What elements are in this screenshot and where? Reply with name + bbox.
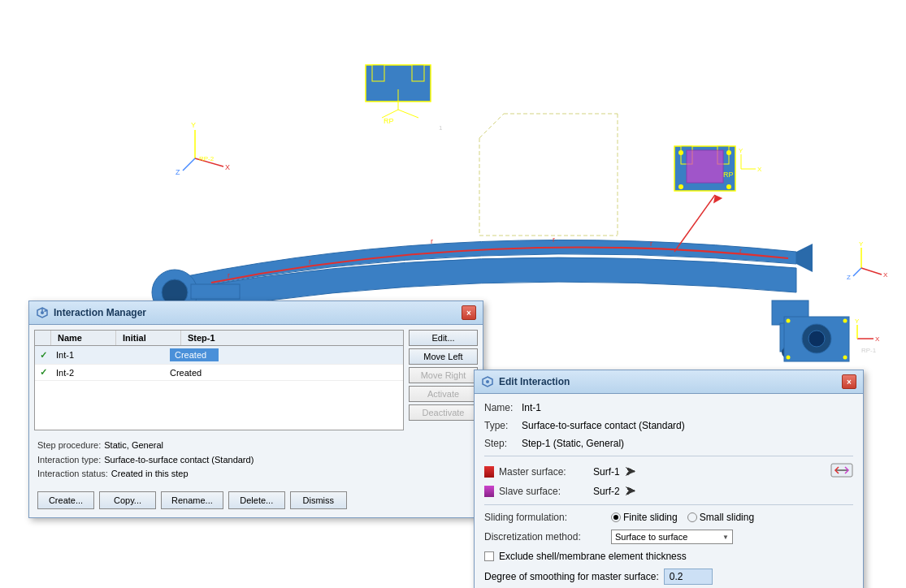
interaction-manager-dialog: Interaction Manager × Name Initial Step-…: [28, 300, 483, 518]
edit-interaction-close-button[interactable]: ×: [842, 374, 856, 389]
bottom-buttons: Create... Copy... Rename... Delete... Di…: [34, 491, 478, 512]
svg-line-34: [183, 158, 195, 171]
svg-text:X: X: [883, 271, 888, 279]
interaction-table[interactable]: Name Initial Step-1 ✓ Int-1 Created ✓ In…: [34, 330, 404, 430]
step-procedure-value: Static, General: [104, 439, 163, 453]
interaction-manager-titlebar[interactable]: Interaction Manager ×: [29, 301, 483, 325]
edit-interaction-title-icon: [481, 375, 494, 388]
svg-rect-14: [412, 65, 424, 81]
master-surface-label: Master surface:: [499, 466, 588, 478]
svg-line-16: [398, 110, 418, 118]
edit-interaction-dialog: Edit Interaction × Name: Int-1 Type: Sur…: [474, 370, 864, 588]
activate-button: Activate: [409, 386, 478, 402]
exclude-checkbox-row: Exclude shell/membrane element thickness: [484, 551, 853, 562]
svg-text:Y: Y: [855, 318, 860, 325]
svg-text:r: r: [228, 271, 230, 279]
svg-text:r: r: [309, 257, 311, 266]
exclude-checkbox[interactable]: [484, 551, 494, 561]
svg-point-66: [41, 311, 44, 314]
divider1: [484, 456, 853, 456]
divider2: [484, 504, 853, 505]
interaction-status-row: Interaction status: Created in this step: [37, 467, 475, 482]
svg-text:r: r: [650, 240, 652, 248]
small-sliding-radio[interactable]: [687, 512, 697, 522]
degree-label: Degree of smoothing for master surface:: [484, 571, 659, 582]
copy-button[interactable]: Copy...: [99, 491, 156, 509]
table-empty-space: [35, 381, 403, 430]
svg-point-22: [678, 150, 683, 155]
slave-surface-cursor-icon[interactable]: ⮞: [625, 485, 636, 498]
svg-text:RP: RP: [723, 171, 734, 179]
edit-interaction-titlebar[interactable]: Edit Interaction ×: [475, 370, 863, 394]
svg-marker-31: [710, 192, 722, 203]
svg-point-70: [486, 380, 489, 383]
svg-text:RP: RP: [384, 117, 394, 125]
master-surface-row: Master surface: Surf-1 ⮞: [484, 463, 853, 480]
discretization-method-select[interactable]: Surface to surface ▼: [611, 530, 733, 544]
check-col-header: [35, 331, 51, 345]
rename-button[interactable]: Rename...: [161, 491, 223, 509]
move-left-button[interactable]: Move Left: [409, 348, 478, 365]
table-row[interactable]: ✓ Int-2 Created: [35, 365, 403, 381]
step-row: Step: Step-1 (Static, General): [484, 438, 853, 449]
svg-text:Y: Y: [191, 121, 196, 129]
degree-row: Degree of smoothing for master surface:: [484, 569, 853, 585]
table-header: Name Initial Step-1: [35, 331, 403, 346]
finite-sliding-option[interactable]: Finite sliding: [611, 512, 678, 523]
row1-name: Int-1: [51, 348, 100, 362]
name-label: Name:: [484, 402, 517, 413]
master-surface-icon: [484, 466, 494, 478]
discretization-method-label: Discretization method:: [484, 531, 606, 543]
sliding-radio-group: Finite sliding Small sliding: [611, 512, 754, 523]
svg-line-30: [674, 195, 715, 252]
create-button[interactable]: Create...: [37, 491, 94, 509]
svg-text:1: 1: [439, 124, 443, 132]
slave-surface-label: Slave surface:: [499, 486, 588, 497]
status-info: Step procedure: Static, General Interact…: [34, 435, 478, 485]
move-right-button: Move Right: [409, 367, 478, 383]
small-sliding-option[interactable]: Small sliding: [687, 512, 754, 523]
small-sliding-label: Small sliding: [700, 512, 754, 523]
svg-text:r: r: [739, 247, 742, 255]
row2-step1: Created: [165, 365, 403, 380]
degree-input[interactable]: [664, 569, 713, 585]
type-row: Type: Surface-to-surface contact (Standa…: [484, 420, 853, 431]
svg-line-41: [853, 268, 861, 276]
svg-point-24: [678, 184, 683, 189]
table-container: Name Initial Step-1 ✓ Int-1 Created ✓ In…: [34, 330, 478, 430]
svg-rect-8: [191, 284, 240, 299]
slave-surface-row: Slave surface: Surf-2 ⮞: [484, 485, 853, 498]
interaction-status-label: Interaction status:: [37, 467, 108, 482]
exclude-label: Exclude shell/membrane element thickness: [499, 551, 687, 562]
svg-text:X: X: [875, 335, 880, 343]
svg-line-45: [479, 114, 504, 138]
row2-initial: [100, 370, 165, 375]
svg-line-40: [861, 268, 882, 275]
select-dropdown-icon: ▼: [722, 534, 729, 541]
svg-text:RP-1: RP-1: [861, 347, 877, 354]
edit-button[interactable]: Edit...: [409, 330, 478, 346]
svg-rect-13: [372, 65, 384, 81]
row2-name: Int-2: [51, 365, 100, 380]
interaction-manager-close-button[interactable]: ×: [462, 305, 476, 320]
discretization-method-row: Discretization method: Surface to surfac…: [484, 530, 853, 544]
initial-col-header: Initial: [116, 331, 181, 345]
dismiss-button[interactable]: Dismiss: [290, 491, 347, 509]
side-buttons: Edit... Move Left Move Right Activate De…: [409, 330, 478, 430]
interaction-type-row: Interaction type: Surface-to-surface con…: [37, 453, 475, 468]
sliding-formulation-label: Sliding formulation:: [484, 512, 606, 523]
edit-interaction-body: Name: Int-1 Type: Surface-to-surface con…: [475, 394, 863, 588]
svg-text:RP-2: RP-2: [199, 155, 215, 162]
row1-initial: [100, 352, 165, 357]
swap-surfaces-button[interactable]: [830, 463, 853, 480]
interaction-status-value: Created in this step: [111, 467, 189, 482]
table-row[interactable]: ✓ Int-1 Created: [35, 346, 403, 365]
interaction-manager-title: Interaction Manager: [54, 307, 457, 318]
finite-sliding-radio[interactable]: [611, 512, 621, 522]
master-surface-cursor-icon[interactable]: ⮞: [625, 465, 636, 478]
svg-point-56: [787, 319, 791, 323]
svg-text:Z: Z: [847, 274, 851, 281]
delete-button[interactable]: Delete...: [228, 491, 285, 509]
interaction-manager-body: Name Initial Step-1 ✓ Int-1 Created ✓ In…: [29, 325, 483, 517]
svg-point-58: [787, 356, 791, 360]
